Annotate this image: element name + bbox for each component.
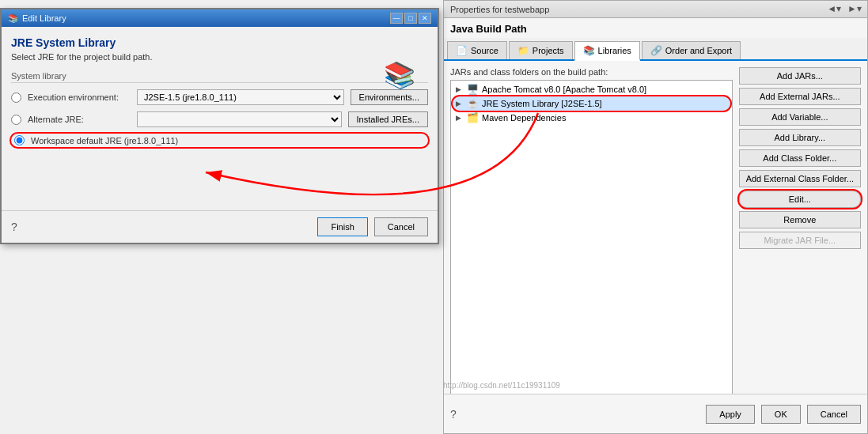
source-tab-icon: 📄	[456, 45, 468, 56]
execution-env-dropdown[interactable]: J2SE-1.5 (jre1.8.0_111)	[137, 89, 344, 105]
build-path-content: JARs and class folders on the build path…	[444, 61, 867, 430]
remove-button[interactable]: Remove	[739, 211, 861, 228]
finish-button[interactable]: Finish	[317, 217, 367, 236]
dialog-header-subtitle: Select JRE for the project build path.	[11, 52, 428, 62]
maven-icon: 🗂️	[467, 112, 479, 123]
cancel-button[interactable]: Cancel	[374, 217, 428, 236]
dialog-maximize-button[interactable]: □	[404, 13, 417, 24]
alternate-jre-dropdown[interactable]	[137, 111, 342, 127]
alternate-jre-radio[interactable]	[11, 115, 21, 125]
maven-expand-icon: ▶	[456, 114, 464, 122]
edit-library-dialog: 📚 Edit Library — □ ✕ JRE System Library …	[0, 8, 439, 244]
dialog-content: JRE System Library Select JRE for the pr…	[2, 27, 438, 210]
add-jars-button[interactable]: Add JARs...	[739, 67, 861, 85]
libraries-tab-label: Libraries	[598, 46, 631, 55]
main-help-icon[interactable]: ?	[450, 408, 457, 421]
forward-arrow[interactable]: ►▾	[845, 2, 864, 15]
ok-button[interactable]: OK	[761, 405, 801, 424]
jar-item-maven[interactable]: ▶ 🗂️ Maven Dependencies	[453, 111, 730, 125]
dialog-title-label: Edit Library	[22, 13, 66, 23]
apply-button[interactable]: Apply	[706, 405, 755, 424]
dialog-bottom-buttons: Finish Cancel	[317, 217, 428, 236]
add-library-button[interactable]: Add Library...	[739, 129, 861, 146]
tab-projects[interactable]: 📁 Projects	[509, 41, 573, 59]
tomcat-expand-icon: ▶	[456, 85, 464, 93]
execution-env-row: Execution environment: J2SE-1.5 (jre1.8.…	[11, 89, 428, 105]
section-label: System library	[11, 71, 428, 83]
workspace-default-radio[interactable]	[14, 135, 25, 145]
java-build-path-title: Java Build Path	[450, 23, 861, 35]
back-arrow[interactable]: ◄▾	[824, 2, 843, 15]
dialog-window-controls: — □ ✕	[390, 13, 431, 24]
main-window-bottom: ? Apply OK Cancel	[444, 394, 867, 433]
main-window-titlebar: Properties for testwebapp ◄▾ ►▾	[444, 1, 867, 18]
dialog-close-button[interactable]: ✕	[419, 13, 431, 24]
environments-button[interactable]: Environments...	[351, 89, 428, 105]
projects-tab-label: Projects	[533, 46, 564, 55]
nav-arrows: ◄▾ ►▾	[824, 2, 864, 15]
dialog-header-title: JRE System Library	[11, 36, 428, 49]
workspace-default-label: Workspace default JRE (jre1.8.0_111)	[31, 136, 178, 145]
workspace-default-row: Workspace default JRE (jre1.8.0_111)	[11, 134, 428, 147]
buttons-panel: Add JARs... Add External JARs... Add Var…	[739, 67, 861, 424]
dialog-titlebar: 📚 Edit Library — □ ✕	[2, 9, 438, 27]
dialog-minimize-button[interactable]: —	[390, 13, 403, 24]
edit-button[interactable]: Edit...	[739, 191, 861, 208]
library-icon: 📚	[384, 60, 415, 90]
jre-icon: ☕	[467, 98, 479, 109]
execution-env-label: Execution environment:	[28, 92, 131, 102]
dialog-title-icon: 📚	[8, 13, 19, 24]
alternate-jre-label: Alternate JRE:	[28, 115, 131, 124]
main-window-header: Java Build Path	[444, 18, 867, 35]
execution-env-radio[interactable]	[11, 92, 21, 103]
libraries-tab-icon: 📚	[583, 45, 595, 56]
projects-tab-icon: 📁	[517, 45, 529, 56]
add-class-folder-button[interactable]: Add Class Folder...	[739, 149, 861, 167]
tab-source[interactable]: 📄 Source	[447, 41, 507, 59]
tab-libraries[interactable]: 📚 Libraries	[574, 41, 640, 61]
tomcat-label: Apache Tomcat v8.0 [Apache Tomcat v8.0]	[482, 85, 646, 94]
add-external-class-folder-button[interactable]: Add External Class Folder...	[739, 170, 861, 187]
jars-label: JARs and class folders on the build path…	[450, 67, 733, 77]
jar-item-tomcat[interactable]: ▶ 🖥️ Apache Tomcat v8.0 [Apache Tomcat v…	[453, 82, 730, 96]
order-export-tab-label: Order and Export	[665, 46, 732, 55]
migrate-jar-button[interactable]: Migrate JAR File...	[739, 232, 861, 249]
maven-label: Maven Dependencies	[482, 113, 566, 123]
dialog-title: 📚 Edit Library	[8, 13, 66, 24]
alternate-jre-row: Alternate JRE: Installed JREs...	[11, 111, 428, 127]
order-export-tab-icon: 🔗	[650, 45, 662, 56]
main-window-title-label: Properties for testwebapp	[450, 5, 549, 14]
jars-section: JARs and class folders on the build path…	[450, 67, 733, 424]
watermark: http://blog.csdn.net/11c19931109	[443, 381, 552, 390]
main-cancel-button[interactable]: Cancel	[807, 405, 861, 424]
tabs-bar: 📄 Source 📁 Projects 📚 Libraries 🔗 Order …	[444, 38, 867, 61]
jar-item-jre[interactable]: ▶ ☕ JRE System Library [J2SE-1.5]	[453, 96, 730, 111]
tomcat-icon: 🖥️	[467, 84, 479, 95]
add-variable-button[interactable]: Add Variable...	[739, 108, 861, 126]
jre-label: JRE System Library [J2SE-1.5]	[482, 99, 602, 108]
add-external-jars-button[interactable]: Add External JARs...	[739, 88, 861, 105]
jars-list: ▶ 🖥️ Apache Tomcat v8.0 [Apache Tomcat v…	[450, 80, 733, 424]
installed-jres-button[interactable]: Installed JREs...	[348, 111, 428, 127]
dialog-help-icon[interactable]: ?	[11, 221, 17, 233]
main-window: Properties for testwebapp ◄▾ ►▾ Java Bui…	[443, 0, 868, 434]
tab-order-export[interactable]: 🔗 Order and Export	[642, 41, 741, 59]
dialog-bottom: ? Finish Cancel	[2, 210, 438, 243]
jre-expand-icon: ▶	[456, 100, 464, 108]
source-tab-label: Source	[471, 46, 498, 55]
